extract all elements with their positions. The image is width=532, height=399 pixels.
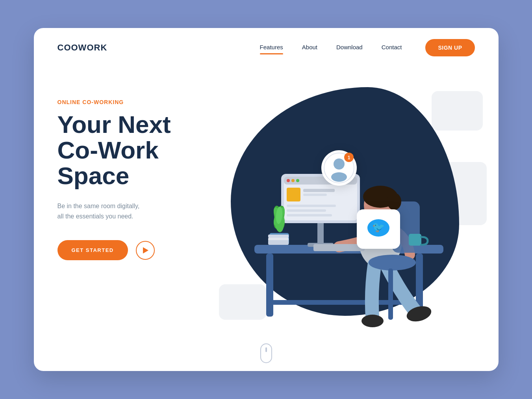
svg-rect-13 [303,189,335,192]
svg-point-30 [361,315,384,327]
signup-button[interactable]: SIGN UP [425,39,475,56]
svg-rect-34 [388,268,393,320]
svg-point-37 [387,193,401,210]
svg-rect-16 [287,209,326,212]
get-started-button[interactable]: GET STARTED [57,240,128,260]
svg-rect-1 [266,254,273,317]
nav-contact[interactable]: Contact [382,44,402,52]
navigation: Features About Download Contact [260,44,402,52]
cta-row: GET STARTED [57,240,223,260]
svg-rect-14 [303,194,327,196]
svg-point-10 [291,179,295,182]
hero-illustration: 🐦 1 [223,83,475,351]
main-card: COOWORK Features About Download Contact … [34,28,499,371]
nav-download[interactable]: Download [336,44,363,52]
logo: COOWORK [57,43,108,53]
hero-section: ONLINE CO-WORKING Your Next Co-Work Spac… [34,67,499,351]
hero-left: ONLINE CO-WORKING Your Next Co-Work Spac… [57,83,223,260]
scroll-dot [265,347,267,352]
svg-text:🐦: 🐦 [372,221,385,233]
svg-point-46 [331,172,347,182]
scroll-indicator [260,343,272,363]
desk-illustration: 🐦 1 [223,99,467,343]
svg-point-9 [287,179,290,182]
svg-rect-12 [287,188,300,201]
svg-rect-17 [287,214,332,216]
header: COOWORK Features About Download Contact … [34,28,499,67]
svg-rect-39 [313,244,365,251]
hero-subtitle: ONLINE CO-WORKING [57,99,223,105]
svg-point-33 [369,255,416,270]
svg-text:1: 1 [347,155,350,160]
svg-rect-15 [287,205,336,207]
nav-features[interactable]: Features [260,44,283,52]
svg-point-45 [334,158,345,170]
svg-rect-27 [268,240,289,245]
svg-rect-26 [268,235,289,238]
svg-point-11 [296,179,299,182]
svg-rect-38 [409,234,421,246]
hero-description: Be in the same room digitally,all the es… [57,201,184,221]
nav-about[interactable]: About [302,44,317,52]
hero-headline: Your Next Co-Work Space [57,112,223,188]
svg-rect-4 [317,221,324,246]
play-icon [143,247,148,254]
play-button[interactable] [136,241,155,260]
